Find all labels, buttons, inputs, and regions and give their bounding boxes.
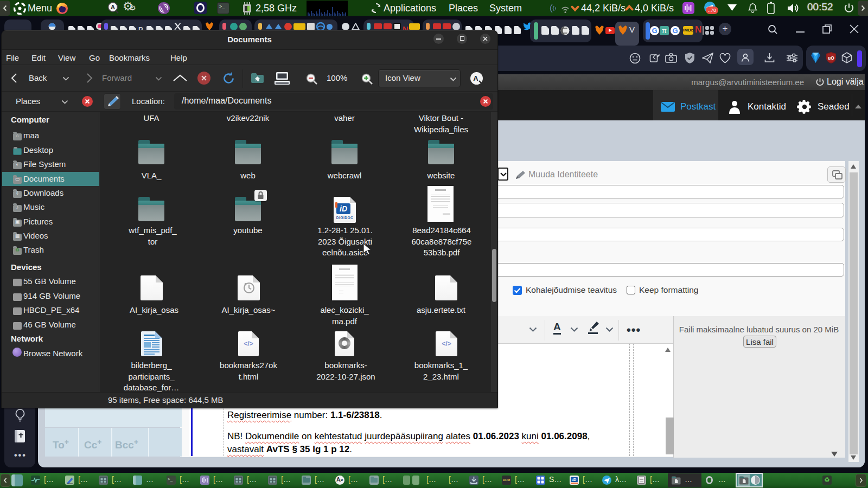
svg-text:A: A (111, 4, 115, 10)
svg-text:A: A (473, 74, 478, 82)
svg-text:uO: uO (828, 55, 834, 61)
